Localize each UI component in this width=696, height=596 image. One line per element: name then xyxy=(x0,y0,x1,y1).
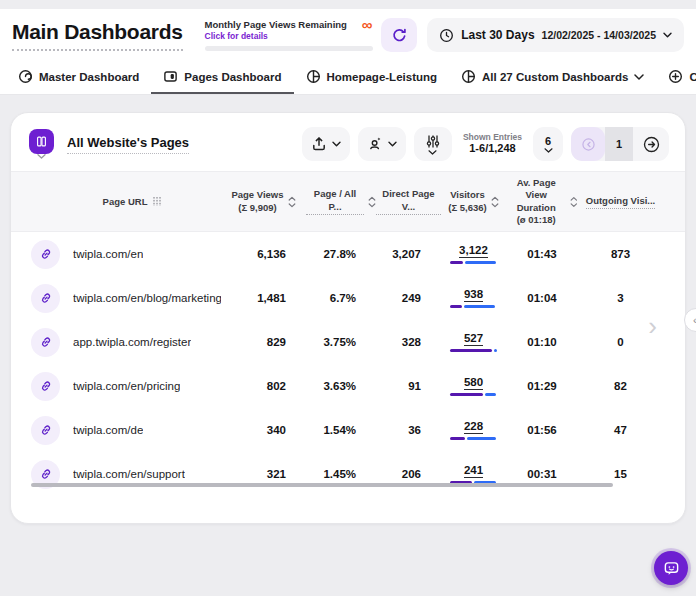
returning-visitors-segment xyxy=(465,261,496,264)
tab-label: Pages Dashboard xyxy=(184,71,281,83)
filter-columns-icon xyxy=(151,196,163,207)
tab-all-custom-dashboards[interactable]: All 27 Custom Dashboards xyxy=(449,61,656,94)
pages-widget-card: All Website's Pages xyxy=(10,112,686,524)
dashboard-tabs: Master Dashboard Pages Dashboard Homepag… xyxy=(0,61,696,95)
visitors-value[interactable]: 527 xyxy=(464,332,483,346)
avg-duration-value: 01:43 xyxy=(506,248,578,260)
audience-segment-button[interactable] xyxy=(358,127,406,161)
date-range-picker[interactable]: Last 30 Days 12/02/2025 - 14/03/2025 xyxy=(427,18,684,52)
page-url: app.twipla.com/register xyxy=(73,336,191,348)
chevron-down-icon xyxy=(388,141,397,147)
outgoing-visitors-value: 47 xyxy=(578,424,663,436)
chat-support-button[interactable] xyxy=(654,551,688,585)
page-link-icon[interactable] xyxy=(31,372,60,401)
export-button[interactable] xyxy=(302,127,350,161)
widget-type-selector[interactable] xyxy=(29,129,54,159)
main-content: All Website's Pages xyxy=(0,95,696,524)
direct-page-views-value: 91 xyxy=(376,380,441,392)
table-row[interactable]: twipla.com/en/blog/marketing-case-... 1,… xyxy=(11,276,685,320)
page-views-value: 6,136 xyxy=(221,248,306,260)
column-header-page-url[interactable]: Page URL xyxy=(11,196,221,208)
table-row[interactable]: twipla.com/de 340 1.54% 36 228 01:56 47 xyxy=(11,408,685,452)
tab-label: All 27 Custom Dashboards xyxy=(482,71,628,83)
column-header-avg-duration[interactable]: Av. Page ViewDuration(ø 01:18) xyxy=(506,177,578,226)
shown-entries-label: Shown Entries xyxy=(463,132,522,143)
column-label: Page URL xyxy=(103,196,148,208)
date-range-value: 12/02/2025 - 14/03/2025 xyxy=(542,29,656,41)
column-label: Av. Page ViewDuration(ø 01:18) xyxy=(506,177,566,226)
column-header-visitors[interactable]: Visitors(Σ 5,636) xyxy=(441,189,506,214)
visitors-value[interactable]: 938 xyxy=(464,288,483,302)
column-settings-button[interactable] xyxy=(414,127,452,161)
widget-header: All Website's Pages xyxy=(11,113,685,171)
avg-duration-value: 01:10 xyxy=(506,336,578,348)
audience-icon xyxy=(367,136,383,152)
page-views-value: 1,481 xyxy=(221,292,306,304)
page-url: twipla.com/de xyxy=(73,424,143,436)
direct-page-views-value: 249 xyxy=(376,292,441,304)
table-row[interactable]: twipla.com/en 6,136 27.8% 3,207 3,122 01… xyxy=(11,232,685,276)
page-views-value: 321 xyxy=(221,468,306,480)
page-link-icon[interactable] xyxy=(31,284,60,313)
page-link-icon[interactable] xyxy=(31,328,60,357)
previous-page-button[interactable] xyxy=(571,127,605,161)
direct-page-views-value: 328 xyxy=(376,336,441,348)
column-header-p[interactable]: P... xyxy=(663,196,686,208)
chevron-down-icon xyxy=(332,141,341,147)
column-header-page-views[interactable]: Page Views(Σ 9,909) xyxy=(221,189,306,214)
tab-label: Create New Dashboard (BETA) xyxy=(689,71,696,83)
visitors-value[interactable]: 580 xyxy=(464,376,483,390)
chevron-down-icon xyxy=(37,154,46,159)
plus-circle-icon xyxy=(668,69,683,84)
avg-duration-value: 01:04 xyxy=(506,292,578,304)
table-row[interactable]: twipla.com/en/support 321 1.45% 206 241 … xyxy=(11,452,685,496)
chevron-down-icon xyxy=(428,150,437,155)
scroll-right-chevron[interactable]: › xyxy=(648,311,657,342)
page-all-percent: 1.54% xyxy=(306,424,376,436)
page-link-icon[interactable] xyxy=(31,416,60,445)
direct-page-views-value: 206 xyxy=(376,468,441,480)
horizontal-scrollbar[interactable] xyxy=(31,483,613,487)
table-row[interactable]: twipla.com/en/pricing 802 3.63% 91 580 0… xyxy=(11,364,685,408)
next-page-button[interactable] xyxy=(633,127,669,161)
page-url: twipla.com/en/blog/marketing-case-... xyxy=(73,292,221,304)
quota-details-link[interactable]: Click for details xyxy=(205,31,347,41)
page-link-icon[interactable] xyxy=(31,240,60,269)
direct-page-views-value: 36 xyxy=(376,424,441,436)
sort-icon xyxy=(570,196,578,208)
page-all-percent: 27.8% xyxy=(306,248,376,260)
page-url: twipla.com/en/pricing xyxy=(73,380,180,392)
visitors-value[interactable]: 228 xyxy=(464,420,483,434)
tab-pages-dashboard[interactable]: Pages Dashboard xyxy=(151,61,293,94)
visitors-value[interactable]: 241 xyxy=(464,464,483,478)
page-size-selector[interactable]: 6 xyxy=(533,127,563,161)
column-label: Visitors(Σ 5,636) xyxy=(448,189,486,214)
column-header-direct-page-views[interactable]: Direct Page V... xyxy=(376,188,441,215)
page-size-value: 6 xyxy=(545,135,551,147)
page-all-percent: 3.63% xyxy=(306,380,376,392)
column-header-outgoing[interactable]: Outgoing Visi... xyxy=(578,195,663,209)
quota-progress-bar xyxy=(205,46,373,51)
column-header-page-all[interactable]: Page / All P... xyxy=(306,188,376,215)
returning-visitors-segment xyxy=(464,305,495,308)
tab-homepage-leistung[interactable]: Homepage-Leistung xyxy=(294,61,450,94)
top-strip xyxy=(0,0,696,9)
export-icon xyxy=(311,136,327,152)
tab-create-new-dashboard[interactable]: Create New Dashboard (BETA) xyxy=(656,61,696,94)
arrow-right-icon xyxy=(643,136,660,153)
page-all-percent: 6.7% xyxy=(306,292,376,304)
gauge-icon xyxy=(18,69,33,84)
chat-bubble-icon xyxy=(663,560,680,577)
current-page[interactable]: 1 xyxy=(605,127,633,161)
page-url: twipla.com/en xyxy=(73,248,143,260)
tab-label: Master Dashboard xyxy=(39,71,139,83)
visitors-cell: 241 xyxy=(441,464,506,484)
chevron-down-icon xyxy=(634,74,644,80)
table-row[interactable]: app.twipla.com/register 829 3.75% 328 52… xyxy=(11,320,685,364)
tab-master-dashboard[interactable]: Master Dashboard xyxy=(6,61,151,94)
refresh-button[interactable] xyxy=(381,18,417,52)
visitors-value[interactable]: 3,122 xyxy=(459,244,488,258)
visitors-split-bar xyxy=(450,349,498,352)
table-body: twipla.com/en 6,136 27.8% 3,207 3,122 01… xyxy=(11,232,685,496)
outgoing-visitors-value: 15 xyxy=(578,468,663,480)
